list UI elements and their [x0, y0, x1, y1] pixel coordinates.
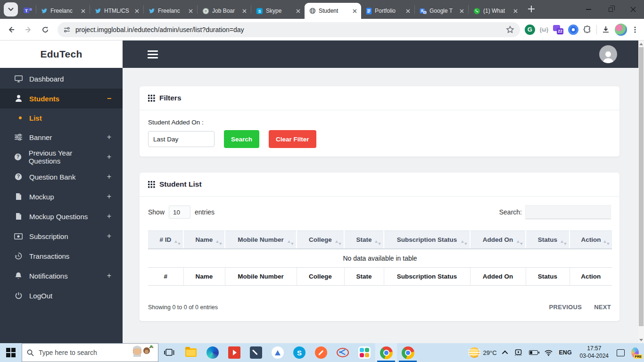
- window-restore-button[interactable]: [600, 0, 622, 19]
- entries-select[interactable]: [169, 206, 190, 219]
- taskbar-anydesk[interactable]: [223, 343, 245, 362]
- extension-simulator-icon[interactable]: 22: [553, 25, 563, 34]
- window-minimize-button[interactable]: [578, 0, 600, 19]
- expand-plus-icon[interactable]: +: [107, 272, 111, 280]
- sidebar-item-mockup[interactable]: Mockup +: [0, 187, 123, 206]
- table-search-input[interactable]: [525, 205, 611, 219]
- collapse-minus-icon[interactable]: −: [107, 94, 111, 103]
- sidebar-item-banner[interactable]: Banner +: [0, 127, 123, 147]
- taskbar-file-explorer[interactable]: [180, 343, 202, 362]
- column-header-state[interactable]: State: [344, 231, 384, 249]
- reload-button[interactable]: [38, 22, 53, 37]
- search-button[interactable]: Search: [224, 130, 259, 148]
- tab-close-icon[interactable]: [187, 7, 194, 15]
- taskbar-chrome-active[interactable]: [375, 343, 397, 362]
- column-header-college[interactable]: College: [297, 231, 344, 249]
- browser-tab[interactable]: Freelanc: [36, 3, 90, 19]
- taskbar-edge[interactable]: [202, 343, 223, 362]
- browser-tab[interactable]: Portfolio: [361, 3, 414, 19]
- tray-cast-button[interactable]: [512, 343, 525, 362]
- taskbar-pgadmin[interactable]: [245, 343, 267, 362]
- taskbar-skype[interactable]: S: [289, 343, 310, 362]
- tab-close-icon[interactable]: [404, 7, 412, 15]
- column-header-subscription[interactable]: Subscription Status: [384, 231, 470, 249]
- browser-tab[interactable]: Freelanc: [144, 3, 197, 19]
- browser-profile-avatar[interactable]: [615, 24, 627, 36]
- sidebar-item-subscription[interactable]: Subscription +: [0, 226, 123, 246]
- sidebar-item-previous-year-questions[interactable]: ? Previous Year Questions +: [0, 147, 123, 167]
- pinned-tab-teams[interactable]: T: [20, 3, 36, 19]
- grammarly-icon[interactable]: G: [525, 25, 535, 35]
- extension-gray-icon[interactable]: (ω): [540, 26, 548, 33]
- tab-close-icon[interactable]: [458, 7, 465, 15]
- column-header-added-on[interactable]: Added On: [470, 231, 526, 249]
- tab-close-icon[interactable]: [294, 7, 302, 15]
- previous-page-button[interactable]: PREVIOUS: [549, 304, 582, 311]
- column-header-id[interactable]: # ID: [148, 231, 183, 249]
- download-icon[interactable]: [602, 25, 610, 34]
- browser-tab[interactable]: HTML/CS: [90, 3, 143, 19]
- taskbar-snipping-tool[interactable]: [332, 343, 354, 362]
- browser-tab[interactable]: Job Boar: [198, 3, 251, 19]
- taskbar-postman[interactable]: [310, 343, 332, 362]
- expand-plus-icon[interactable]: +: [107, 153, 111, 161]
- browser-tab[interactable]: S Skype: [251, 3, 305, 19]
- start-button[interactable]: [0, 343, 22, 362]
- forward-button[interactable]: [21, 22, 36, 37]
- browser-tab-active[interactable]: Student: [305, 3, 361, 19]
- sidebar-item-logout[interactable]: LogOut: [0, 286, 123, 305]
- tab-close-icon[interactable]: [79, 7, 87, 15]
- app-logo[interactable]: EduTech: [0, 41, 123, 68]
- task-view-button[interactable]: [158, 343, 180, 362]
- scroll-down-arrow[interactable]: [638, 337, 644, 343]
- column-header-name[interactable]: Name: [183, 231, 225, 249]
- student-added-on-select[interactable]: [148, 131, 215, 147]
- weather-widget[interactable]: 29°C: [467, 343, 499, 362]
- tab-close-icon[interactable]: [240, 7, 248, 15]
- taskbar-chrome-2[interactable]: [397, 343, 419, 362]
- sidebar-item-dashboard[interactable]: Dashboard: [0, 69, 123, 89]
- sidebar-item-question-bank[interactable]: ? Question Bank +: [0, 167, 123, 187]
- expand-plus-icon[interactable]: +: [107, 173, 111, 181]
- column-header-status[interactable]: Status: [526, 231, 570, 249]
- tray-battery[interactable]: [527, 343, 540, 362]
- site-info-icon[interactable]: [63, 26, 71, 33]
- tab-search-button[interactable]: [4, 2, 18, 16]
- tab-close-icon[interactable]: [512, 7, 519, 15]
- expand-plus-icon[interactable]: +: [107, 212, 111, 221]
- clear-filter-button[interactable]: Clear Filter: [269, 130, 316, 148]
- bookmark-star-icon[interactable]: [506, 25, 514, 34]
- column-header-action[interactable]: Action: [570, 231, 612, 249]
- column-header-mobile[interactable]: Mobile Number: [225, 231, 297, 249]
- hamburger-menu-button[interactable]: [148, 50, 158, 58]
- expand-plus-icon[interactable]: +: [107, 133, 111, 141]
- expand-plus-icon[interactable]: +: [107, 232, 111, 240]
- next-page-button[interactable]: NEXT: [594, 304, 611, 311]
- sidebar-item-students[interactable]: Students −: [0, 89, 123, 108]
- tray-show-hidden-icons[interactable]: [501, 343, 510, 362]
- sidebar-item-transactions[interactable]: Transactions: [0, 246, 123, 266]
- extensions-puzzle-icon[interactable]: [583, 25, 592, 34]
- back-button[interactable]: [4, 22, 19, 37]
- address-bar[interactable]: project.imgglobal.in/edutech/admin/user/…: [58, 22, 520, 37]
- taskbar-search-box[interactable]: Type here to search: [22, 343, 158, 362]
- window-close-button[interactable]: [622, 0, 644, 19]
- browser-tab[interactable]: (1) What: [469, 3, 522, 19]
- taskbar-slack[interactable]: [354, 343, 375, 362]
- sidebar-subitem-list[interactable]: List: [0, 108, 123, 127]
- tray-wifi[interactable]: [542, 343, 555, 362]
- expand-plus-icon[interactable]: +: [107, 192, 111, 201]
- taskbar-design-app[interactable]: [267, 343, 289, 362]
- tab-close-icon[interactable]: [351, 7, 358, 15]
- sidebar-item-mockup-questions[interactable]: Mockup Questions +: [0, 206, 123, 226]
- browser-tab[interactable]: Google T: [415, 3, 468, 19]
- new-tab-button[interactable]: [525, 2, 538, 16]
- page-scrollbar[interactable]: [638, 41, 644, 343]
- menu-kebab-icon[interactable]: [632, 26, 638, 33]
- tray-clock[interactable]: 17:57 03-04-2024: [576, 345, 612, 360]
- scroll-up-arrow[interactable]: [638, 41, 644, 47]
- scrollbar-thumb[interactable]: [639, 47, 644, 326]
- tab-close-icon[interactable]: [133, 7, 140, 15]
- tray-copilot[interactable]: PRE: [629, 346, 641, 359]
- tray-notifications[interactable]: [614, 343, 627, 362]
